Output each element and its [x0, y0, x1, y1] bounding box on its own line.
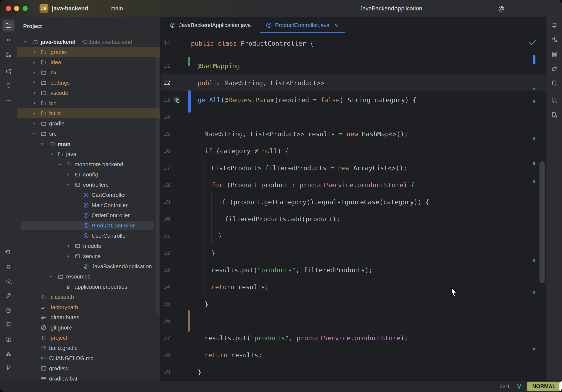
chevron-right-icon[interactable]: [66, 243, 71, 249]
tree-item-.nx[interactable]: .nx: [17, 67, 160, 78]
zoom-window-button[interactable]: [23, 6, 28, 11]
editor-scrollbar[interactable]: [539, 161, 545, 283]
chevron-right-icon[interactable]: [32, 121, 37, 126]
tree-item-controllers[interactable]: controllers: [17, 180, 160, 190]
tool-project-button[interactable]: [2, 20, 14, 31]
tree-item-java-backend[interactable]: java-backend~/Github/java-backend: [17, 37, 160, 47]
tree-item-monostore.backend[interactable]: monostore.backend: [17, 159, 160, 169]
tree-item-.classpath[interactable]: .classpath: [17, 292, 160, 302]
tool-more-tools-button[interactable]: [2, 95, 14, 107]
tree-item-service[interactable]: service: [17, 251, 160, 261]
stripe-mark[interactable]: [533, 137, 535, 140]
close-window-button[interactable]: [6, 6, 11, 11]
stripe-mark[interactable]: [533, 88, 535, 90]
tool-build-button[interactable]: [2, 290, 14, 302]
chevron-right-icon[interactable]: [32, 80, 37, 85]
code-lines[interactable]: 21@GetMapping22public Map<String, List<P…: [161, 54, 546, 380]
run-configuration-menu[interactable]: JavaBackendApplication: [360, 0, 422, 17]
tool-incognito-button[interactable]: [2, 261, 14, 273]
minimize-window-button[interactable]: [14, 6, 19, 11]
tool-git-button[interactable]: [2, 362, 14, 374]
tree-item-JavaBackendApplication[interactable]: JavaBackendApplication: [17, 261, 160, 272]
tree-item-gradlew.bat[interactable]: gradlew.bat: [17, 373, 160, 380]
tree-item-.factorypath[interactable]: .factorypath: [17, 302, 160, 312]
tree-item-build[interactable]: build: [17, 108, 160, 119]
chevron-down-icon[interactable]: [49, 152, 54, 157]
chevron-right-icon[interactable]: [32, 70, 37, 75]
ideavim-icon[interactable]: V: [517, 383, 521, 390]
tool-ai-assistant-button[interactable]: [548, 34, 560, 46]
chevron-down-icon[interactable]: [57, 162, 62, 167]
chevron-down-icon[interactable]: [66, 182, 71, 187]
stripe-mark[interactable]: [533, 55, 535, 64]
tree-item-models[interactable]: models: [17, 241, 160, 251]
tree-item-CHANGELOG.md[interactable]: MCHANGELOG.md: [17, 353, 160, 363]
tree-item-.gitattributes[interactable]: .gitattributes: [17, 312, 160, 322]
tool-device-manager-button[interactable]: [548, 77, 560, 89]
tool-bookmarks-button[interactable]: [2, 80, 14, 92]
tree-item-resources[interactable]: resources: [17, 272, 160, 282]
tool-problems-button[interactable]: [2, 333, 14, 345]
tool-notifications-button[interactable]: [548, 20, 560, 31]
tree-item-CartController[interactable]: CCartController: [17, 190, 160, 200]
tab-JavaBackendApplication.java[interactable]: JavaBackendApplication.java: [164, 17, 257, 33]
tree-item-gradle[interactable]: gradle: [17, 119, 160, 129]
tool-hierarchy-button[interactable]: [2, 66, 14, 78]
chevron-right-icon[interactable]: [32, 60, 37, 65]
tree-item-MainController[interactable]: CMainController: [17, 200, 160, 210]
tree-item-.idea[interactable]: .idea: [17, 57, 160, 67]
stripe-mark[interactable]: [533, 259, 535, 262]
vim-mode-badge[interactable]: NORMAL: [527, 381, 561, 391]
tree-item-OrderController[interactable]: COrderController: [17, 210, 160, 220]
project-scrollbar[interactable]: [156, 49, 159, 315]
project-panel-header[interactable]: Project: [23, 20, 44, 32]
tool-profiler-button[interactable]: [2, 275, 14, 287]
tree-item-build.gradle[interactable]: build.gradle: [17, 343, 160, 353]
tab-ProductController.java[interactable]: CProductController.java: [260, 17, 345, 33]
tree-item-config[interactable]: config: [17, 169, 160, 180]
tree-item-ProductController[interactable]: CProductController: [17, 220, 160, 231]
close-tab-button[interactable]: [334, 23, 339, 28]
tool-github-copilot-button[interactable]: [2, 247, 14, 259]
chevron-down-icon[interactable]: [23, 39, 28, 44]
chevron-down-icon[interactable]: [40, 141, 45, 146]
chevron-right-icon[interactable]: [66, 172, 71, 177]
chevron-down-icon[interactable]: [49, 274, 54, 279]
stripe-mark[interactable]: [533, 162, 535, 165]
tree-item-src[interactable]: src: [17, 129, 160, 139]
chevron-right-icon[interactable]: [32, 90, 37, 95]
tree-item-UserController[interactable]: CUserController: [17, 231, 160, 241]
chevron-right-icon[interactable]: [32, 49, 37, 55]
tool-structure-button[interactable]: [2, 48, 14, 60]
tree-item-.gitignore[interactable]: .gitignore: [17, 322, 160, 333]
stripe-mark[interactable]: [533, 100, 535, 103]
tree-item-bin[interactable]: bin: [17, 98, 160, 108]
caret-position[interactable]: 22:1: [500, 383, 510, 390]
tool-database-button[interactable]: [548, 48, 560, 60]
branch-menu[interactable]: main: [111, 0, 123, 17]
tool-device-explorer-button[interactable]: [548, 109, 560, 121]
tree-item-.vscode[interactable]: .vscode: [17, 88, 160, 98]
chevron-right-icon[interactable]: [32, 111, 37, 116]
tool-warnings-button[interactable]: [2, 348, 14, 360]
chevron-right-icon[interactable]: [32, 101, 37, 106]
project-name-menu[interactable]: java-backend: [52, 0, 88, 17]
stripe-mark[interactable]: [533, 348, 535, 350]
tree-item-application.properties[interactable]: application.properties: [17, 282, 160, 292]
tool-gradle-button[interactable]: [548, 63, 560, 75]
chevron-down-icon[interactable]: [32, 131, 37, 136]
tool-terminal-button[interactable]: [2, 319, 14, 331]
tool-commit-button[interactable]: [2, 34, 14, 46]
stripe-mark[interactable]: [533, 180, 535, 183]
endpoint-icon[interactable]: [173, 96, 181, 104]
chevron-right-icon[interactable]: [66, 254, 71, 259]
tree-item-.settings[interactable]: .settings: [17, 78, 160, 88]
tool-services-button[interactable]: [2, 304, 14, 316]
ai-assistant-button[interactable]: @: [498, 5, 504, 12]
tree-item-gradlew[interactable]: gradlew: [17, 363, 160, 373]
tree-item-.project[interactable]: .project: [17, 333, 160, 343]
tree-item-.gradle[interactable]: .gradle: [17, 47, 160, 57]
tree-item-main[interactable]: main: [17, 139, 160, 149]
tree-item-java[interactable]: java: [17, 149, 160, 159]
stripe-mark[interactable]: [533, 291, 535, 294]
